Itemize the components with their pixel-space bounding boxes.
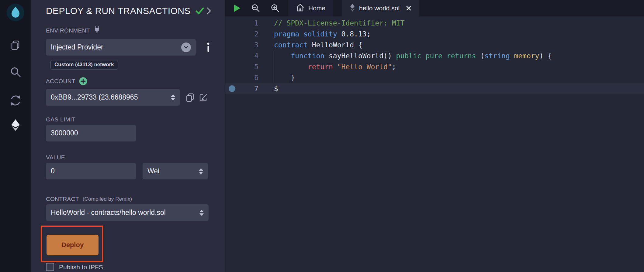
value-unit-selected: Wei xyxy=(147,167,196,175)
tab-home[interactable]: Home xyxy=(288,0,333,16)
breakpoint-dot[interactable] xyxy=(229,85,235,92)
account-selected-value: 0xBB9...29733 (23.6688965 xyxy=(51,93,168,101)
contract-label-row: CONTRACT (Compiled by Remix) xyxy=(46,196,211,202)
editor-tabbar: Home hello world.sol xyxy=(225,0,644,16)
add-account-icon[interactable] xyxy=(79,77,87,85)
environment-select[interactable]: Injected Provider xyxy=(46,39,196,56)
remix-ide-window: DEPLOY & RUN TRANSACTIONS ENVIRONMENT xyxy=(0,0,644,272)
line-number[interactable]: 6 xyxy=(225,72,258,83)
edit-account-icon[interactable] xyxy=(199,93,208,102)
code-line[interactable]: 3contract HelloWorld { xyxy=(225,39,644,50)
publish-ipfs-row: Publish to IPFS xyxy=(46,263,211,271)
chevron-right-icon[interactable] xyxy=(206,7,211,15)
code-text: return "Hello World"; xyxy=(258,61,644,72)
close-tab-icon[interactable] xyxy=(406,5,411,11)
code-line[interactable]: 6 } xyxy=(225,72,644,83)
deploy-section: Deploy xyxy=(46,226,211,262)
publish-ipfs-checkbox[interactable] xyxy=(46,263,54,271)
account-label: ACCOUNT xyxy=(46,78,75,85)
zoom-in-icon[interactable] xyxy=(271,4,280,13)
account-label-row: ACCOUNT xyxy=(46,77,211,85)
code-text: // SPDX-License-Identifier: MIT xyxy=(258,18,644,29)
line-number[interactable]: 4 xyxy=(225,50,258,61)
solidity-file-icon xyxy=(350,3,355,13)
select-caret-icon xyxy=(171,94,175,100)
provider-status-icon xyxy=(181,42,191,52)
home-icon xyxy=(296,4,304,13)
page-title: DEPLOY & RUN TRANSACTIONS xyxy=(46,6,191,16)
code-text: } xyxy=(258,72,644,83)
deploy-run-panel: DEPLOY & RUN TRANSACTIONS ENVIRONMENT xyxy=(31,0,225,272)
copy-account-icon[interactable] xyxy=(185,93,195,102)
solidity-compiler-icon[interactable] xyxy=(9,94,22,107)
line-number[interactable]: 1 xyxy=(225,18,258,29)
value-label: VALUE xyxy=(46,154,65,161)
code-line[interactable]: 4 function sayHelloWorld() public pure r… xyxy=(225,50,644,61)
remix-logo xyxy=(6,3,25,22)
value-input[interactable] xyxy=(46,163,136,179)
run-script-icon[interactable] xyxy=(234,4,241,12)
gas-limit-label-row: GAS LIMIT xyxy=(46,116,211,123)
tab-label: hello world.sol xyxy=(359,5,400,12)
code-text: contract HelloWorld { xyxy=(258,39,644,50)
value-label-row: VALUE xyxy=(46,154,211,161)
contract-sublabel: (Compiled by Remix) xyxy=(83,196,132,202)
select-caret-icon xyxy=(199,210,204,216)
environment-selected-value: Injected Provider xyxy=(51,43,181,51)
deploy-and-run-icon[interactable] xyxy=(10,119,21,131)
panel-header: DEPLOY & RUN TRANSACTIONS xyxy=(46,0,211,17)
code-text: pragma solidity 0.8.13; xyxy=(258,29,644,39)
editor-area: Home hello world.sol 1// SPDX-License-Id… xyxy=(225,0,644,272)
file-explorer-icon[interactable] xyxy=(10,40,21,51)
zoom-out-icon[interactable] xyxy=(251,4,260,13)
select-caret-icon xyxy=(199,168,203,174)
info-icon[interactable] xyxy=(207,42,210,52)
tab-label: Home xyxy=(308,5,325,12)
code-line[interactable]: 5 return "Hello World"; xyxy=(225,61,644,72)
line-number[interactable]: 5 xyxy=(225,61,258,72)
contract-select[interactable]: HelloWorld - contracts/hello world.sol xyxy=(46,204,209,221)
line-number[interactable]: 2 xyxy=(225,29,258,39)
publish-ipfs-label: Publish to IPFS xyxy=(59,264,103,271)
line-number[interactable]: 3 xyxy=(225,39,258,50)
code-line[interactable]: 1// SPDX-License-Identifier: MIT xyxy=(225,18,644,29)
code-lines[interactable]: 1// SPDX-License-Identifier: MIT2pragma … xyxy=(225,16,644,272)
tab-hello-world-sol[interactable]: hello world.sol xyxy=(342,0,419,16)
value-unit-select[interactable]: Wei xyxy=(143,163,208,179)
line-number[interactable]: 7 xyxy=(225,83,258,94)
code-line[interactable]: 7$ xyxy=(225,83,644,94)
contract-label: CONTRACT xyxy=(46,196,79,202)
deploy-button[interactable]: Deploy xyxy=(47,235,99,255)
contract-selected-value: HelloWorld - contracts/hello world.sol xyxy=(51,209,196,217)
environment-label: ENVIRONMENT xyxy=(46,27,90,34)
network-badge: Custom (43113) network xyxy=(50,60,118,70)
check-icon xyxy=(196,7,204,15)
account-select[interactable]: 0xBB9...29733 (23.6688965 xyxy=(46,89,180,106)
module-iconbar xyxy=(0,0,31,272)
code-text: $ xyxy=(258,83,644,94)
plug-icon xyxy=(94,26,100,35)
code-text: function sayHelloWorld() public pure ret… xyxy=(258,50,644,61)
search-icon[interactable] xyxy=(10,66,21,78)
gas-limit-input[interactable] xyxy=(46,125,136,141)
gas-limit-label: GAS LIMIT xyxy=(46,116,76,123)
environment-label-row: ENVIRONMENT xyxy=(46,26,211,35)
code-line[interactable]: 2pragma solidity 0.8.13; xyxy=(225,29,644,39)
